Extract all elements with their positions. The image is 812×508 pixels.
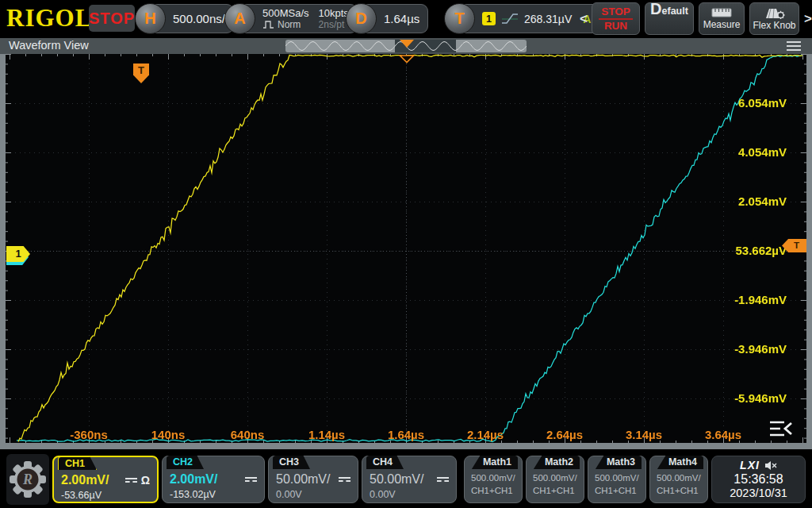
dc-coupling-icon: [339, 477, 350, 482]
waveform-view-titlebar[interactable]: Waveform View: [0, 38, 812, 54]
waveform-display-area[interactable]: T 1 T -360ns 140ns 640ns 1.14µs 1.64µs 2…: [6, 54, 806, 443]
flex-knob-label: Flex Knob: [753, 20, 795, 31]
ruler-icon: [711, 7, 732, 18]
math1-expression: CH1+CH1: [471, 486, 515, 495]
y-axis-label: 53.662µV: [676, 244, 787, 257]
trigger-level-value: 268.31µV: [524, 13, 572, 25]
ch4-offset: 0.00V: [370, 489, 449, 500]
acquisition-state-badge: STOP: [89, 5, 135, 32]
math4-expression: CH1+CH1: [657, 486, 701, 495]
system-gear-button[interactable]: R: [6, 454, 49, 505]
system-date: 2023/10/31: [712, 487, 805, 499]
system-time: 15:36:58: [712, 471, 805, 487]
measure-button[interactable]: Measure: [699, 2, 745, 35]
knob-icon: [763, 7, 787, 19]
math-card-math1[interactable]: Math1 500.00mV/ CH1+CH1: [464, 456, 523, 503]
stop-label: STOP: [599, 6, 633, 20]
dc-coupling-icon: [125, 478, 137, 483]
plot-menu-icon[interactable]: [768, 419, 794, 438]
default-button[interactable]: Default: [645, 2, 694, 35]
y-axis-label: 4.054mV: [676, 145, 787, 159]
speaker-muted-icon: [764, 460, 777, 471]
channel-tab-ch1[interactable]: CH1: [58, 456, 97, 470]
top-menu-bar: RIGOL STOP H 500.00ns/ A 500MSa/s Norm: [0, 0, 812, 37]
ch2-offset: -153.02µV: [170, 489, 257, 500]
memory-depth: 10kpts: [319, 7, 349, 19]
d-value-text: 1.64µs: [384, 12, 419, 25]
oscilloscope-screen: RIGOL STOP H 500.00ns/ A 500MSa/s Norm: [0, 0, 812, 508]
math-tab-math2[interactable]: Math2: [534, 456, 580, 469]
math-tab-math4[interactable]: Math4: [657, 456, 703, 469]
math2-expression: CH1+CH1: [533, 486, 577, 495]
ch4-scale: 50.00mV/: [370, 472, 423, 487]
math-tab-math3[interactable]: Math3: [596, 456, 642, 469]
math4-scale: 500.00mV/: [657, 473, 701, 483]
acquisition-group: A 500MSa/s Norm 10kpts 2ns/pt: [224, 3, 358, 34]
time-per-point: 2ns/pt: [319, 19, 349, 31]
x-axis-label: -360ns: [57, 428, 121, 441]
horizontal-scale-group: H 500.00ns/: [135, 3, 234, 34]
ch2-scale: 2.00mV/: [170, 472, 217, 487]
acquire-knob[interactable]: A: [224, 3, 255, 34]
channel-card-ch1[interactable]: CH1 2.00mV/ Ω -53.66µV: [52, 456, 159, 503]
x-axis-label: 640ns: [216, 428, 279, 441]
flex-knob-button[interactable]: Flex Knob: [749, 2, 799, 35]
delay-group: D 1.64µs: [346, 3, 428, 34]
ch1-offset: -53.66µV: [61, 490, 150, 501]
delay-knob[interactable]: D: [346, 3, 377, 34]
x-axis-label: 2.64µs: [533, 428, 596, 441]
y-axis-label: 6.054mV: [676, 96, 787, 110]
math-tab-math1[interactable]: Math1: [472, 456, 518, 469]
toolbar-prev-icon[interactable]: <: [580, 11, 587, 27]
channel-card-ch4[interactable]: CH4 50.00mV/ 0.00V: [362, 456, 457, 503]
rigol-logo: RIGOL: [6, 4, 92, 33]
view-title: Waveform View: [9, 39, 89, 52]
horizontal-center-marker[interactable]: [399, 55, 415, 64]
pulse-icon: [262, 21, 274, 29]
svg-text:R: R: [22, 471, 33, 487]
toolbar-next-icon[interactable]: >: [804, 11, 811, 27]
hamburger-menu-icon[interactable]: [787, 41, 801, 53]
acq-mode: Norm: [278, 19, 301, 31]
preview-trigger-position-marker[interactable]: [400, 40, 414, 48]
math2-scale: 500.00mV/: [533, 473, 577, 483]
channel-card-ch2[interactable]: CH2 2.00mV/ -153.02µV: [162, 456, 265, 503]
channel-card-ch3[interactable]: CH3 50.00mV/ 0.00V: [268, 456, 358, 503]
ch3-scale: 50.00mV/: [276, 472, 330, 487]
stop-run-button[interactable]: STOP RUN: [592, 2, 640, 35]
sample-rate: 500MSa/s: [262, 7, 309, 19]
x-axis-label: 1.64µs: [374, 428, 438, 441]
trigger-knob[interactable]: T: [444, 3, 475, 34]
channel-tab-ch2[interactable]: CH2: [167, 456, 204, 469]
math-card-math3[interactable]: Math3 500.00mV/ CH1+CH1: [588, 456, 646, 503]
measure-label: Measure: [703, 19, 741, 30]
channel-status-bar: R CH1 2.00mV/ Ω -53.66µV CH2 2.00mV/ -15…: [0, 452, 812, 508]
x-axis-label: 2.14µs: [454, 428, 517, 441]
x-axis-label: 3.14µs: [612, 428, 676, 441]
math-card-math2[interactable]: Math2 500.00mV/ CH1+CH1: [526, 456, 584, 503]
x-axis-label: 1.14µs: [295, 428, 358, 441]
system-status-card[interactable]: LXI 15:36:58 2023/10/31: [711, 456, 806, 503]
run-label: RUN: [604, 21, 627, 32]
trigger-source-badge: 1: [482, 12, 496, 25]
math3-expression: CH1+CH1: [595, 486, 639, 495]
horizontal-knob[interactable]: H: [135, 3, 166, 34]
channel-tab-ch3[interactable]: CH3: [273, 456, 310, 469]
toolbar: < STOP RUN Default Measure: [580, 2, 811, 35]
ch1-scale: 2.00mV/: [61, 473, 109, 487]
trigger-group: T 1 268.31µV A: [444, 3, 599, 34]
y-axis-label: 2.054mV: [676, 194, 787, 208]
y-axis-label: -5.946mV: [676, 391, 787, 405]
math1-scale: 500.00mV/: [471, 473, 515, 483]
impedance-label: Ω: [141, 474, 150, 487]
math-card-math4[interactable]: Math4 500.00mV/ CH1+CH1: [649, 456, 708, 503]
h-scale-text: 500.00ns/: [173, 12, 225, 25]
math3-scale: 500.00mV/: [595, 473, 639, 483]
rigol-gear-icon: R: [8, 460, 48, 499]
channel-tab-ch4[interactable]: CH4: [366, 456, 404, 469]
ch3-offset: 0.00V: [276, 489, 350, 500]
x-axis-label: 3.64µs: [691, 428, 755, 441]
dc-coupling-icon: [437, 477, 449, 482]
y-axis-label: -1.946mV: [676, 293, 787, 306]
trigger-rising-edge-icon: [501, 12, 519, 25]
